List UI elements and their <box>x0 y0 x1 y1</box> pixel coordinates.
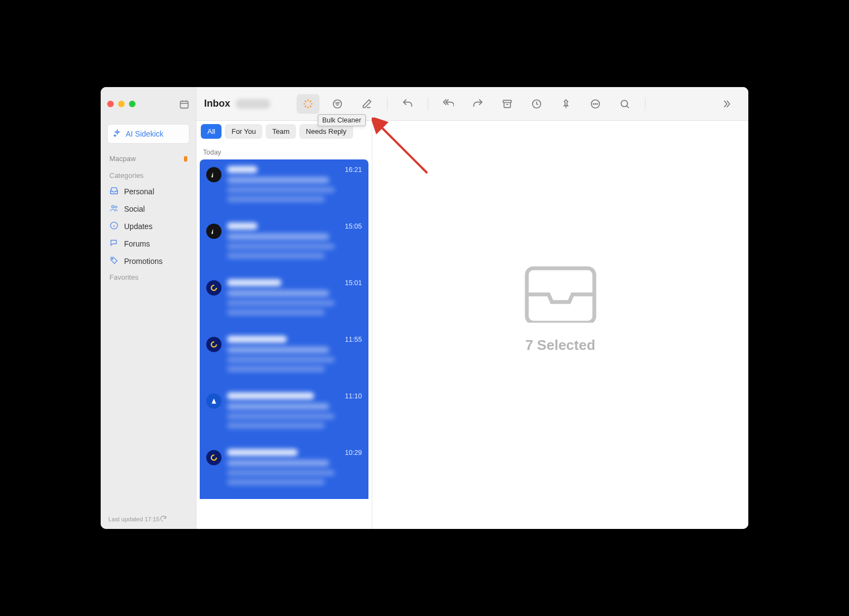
refresh-icon[interactable] <box>159 515 167 523</box>
message-item[interactable]: 11:55 <box>200 329 368 386</box>
sidebar-item-social[interactable]: Social <box>101 200 196 218</box>
toolbar: Inbox <box>196 87 748 121</box>
avatar <box>206 393 222 409</box>
redacted-preview <box>227 244 335 249</box>
reply-button[interactable] <box>396 94 419 114</box>
sidebar-item-label: Forums <box>124 239 150 248</box>
svg-point-4 <box>112 206 114 208</box>
svg-rect-0 <box>180 101 188 108</box>
archive-button[interactable] <box>496 94 519 114</box>
sidebar-item-updates[interactable]: Updates <box>101 218 196 235</box>
avatar <box>206 280 222 295</box>
redacted-subject <box>227 233 329 240</box>
calendar-button[interactable] <box>179 99 189 109</box>
message-item[interactable]: 10:29 <box>200 442 368 499</box>
avatar <box>206 450 222 465</box>
svg-point-35 <box>211 455 216 460</box>
svg-point-28 <box>595 103 595 104</box>
svg-line-17 <box>310 101 311 102</box>
sidebar-item-label: Promotions <box>124 257 163 266</box>
toolbar-divider <box>645 97 645 110</box>
filter-all[interactable]: All <box>201 124 222 139</box>
favorites-header: Favorites <box>101 270 196 285</box>
redacted-preview <box>227 310 325 315</box>
redacted-sender <box>227 392 314 399</box>
sidebar-item-personal[interactable]: Personal <box>101 183 196 200</box>
svg-line-16 <box>305 106 306 107</box>
more-button[interactable] <box>584 94 607 114</box>
sidebar-account-row[interactable]: Macpaw <box>101 151 196 168</box>
redacted-sender <box>227 449 298 456</box>
sidebar-item-label: Updates <box>124 222 152 231</box>
svg-rect-22 <box>503 100 512 102</box>
svg-point-9 <box>112 258 113 260</box>
redacted-preview <box>227 366 325 372</box>
svg-line-31 <box>626 106 629 108</box>
message-list-column: All For You Team Needs Reply Today 16:21 <box>196 87 372 529</box>
toolbar-divider <box>428 97 428 110</box>
redacted-subject <box>227 347 329 353</box>
redacted-subject <box>227 177 329 183</box>
avatar <box>206 167 222 182</box>
tooltip-bulk-cleaner: Bulk Cleaner <box>318 114 366 126</box>
close-window-button[interactable] <box>107 101 114 107</box>
sidebar: AI Sidekick Macpaw Categories Personal S… <box>101 87 196 529</box>
filter-button[interactable] <box>326 94 349 114</box>
redacted-preview <box>227 414 335 419</box>
minimize-window-button[interactable] <box>118 101 125 107</box>
bulk-cleaner-button[interactable] <box>297 94 319 114</box>
redacted-sender <box>227 279 281 286</box>
filter-team[interactable]: Team <box>266 124 296 139</box>
ai-sidekick-label: AI Sidekick <box>126 130 163 138</box>
forward-button[interactable] <box>466 94 489 114</box>
svg-point-5 <box>115 206 117 208</box>
compose-button[interactable] <box>355 94 378 114</box>
svg-line-15 <box>310 106 311 107</box>
message-item[interactable]: 15:05 <box>200 216 368 273</box>
redacted-preview <box>227 253 325 258</box>
message-item[interactable]: 16:21 <box>200 159 368 216</box>
snooze-button[interactable] <box>525 94 548 114</box>
detail-pane: 7 Selected <box>372 87 748 529</box>
redacted-preview <box>227 187 335 193</box>
sidebar-footer: Last updated 17:15 <box>101 509 196 529</box>
message-time: 11:10 <box>345 392 362 400</box>
maximize-window-button[interactable] <box>129 101 136 107</box>
pin-button[interactable] <box>555 94 577 114</box>
sidebar-item-promotions[interactable]: Promotions <box>101 252 196 270</box>
redacted-subject <box>227 460 329 466</box>
expand-button[interactable] <box>715 94 737 114</box>
redacted-preview <box>227 300 335 306</box>
message-item[interactable]: 11:10 <box>200 386 368 442</box>
redacted-preview <box>227 196 325 202</box>
toolbar-divider <box>387 97 387 110</box>
svg-point-34 <box>211 342 216 347</box>
message-item[interactable]: 15:01 <box>200 273 368 329</box>
titlebar <box>101 87 196 121</box>
svg-point-33 <box>211 285 216 290</box>
avatar <box>206 337 222 352</box>
page-title: Inbox <box>204 98 230 109</box>
redacted-preview <box>227 357 335 362</box>
app-window: AI Sidekick Macpaw Categories Personal S… <box>101 87 748 529</box>
message-list[interactable]: 16:21 15:05 <box>196 159 372 529</box>
account-name: Macpaw <box>109 155 136 163</box>
info-icon <box>109 221 119 232</box>
svg-point-30 <box>621 100 627 107</box>
selected-count-text: 7 Selected <box>525 337 595 354</box>
message-time: 15:01 <box>345 279 362 287</box>
filter-needs-reply[interactable]: Needs Reply <box>299 124 353 139</box>
svg-point-27 <box>593 103 594 104</box>
redacted-preview <box>227 479 325 485</box>
sidebar-item-forums[interactable]: Forums <box>101 235 196 252</box>
reply-all-button[interactable] <box>437 94 460 114</box>
redacted-sender <box>227 336 287 343</box>
avatar <box>206 224 222 239</box>
svg-line-14 <box>305 101 306 102</box>
redacted-subject <box>227 403 329 410</box>
filter-for-you[interactable]: For You <box>225 124 262 139</box>
ai-sidekick-button[interactable]: AI Sidekick <box>107 124 189 144</box>
message-time: 11:55 <box>345 336 362 343</box>
redacted-sender <box>227 166 257 173</box>
search-button[interactable] <box>613 94 636 114</box>
